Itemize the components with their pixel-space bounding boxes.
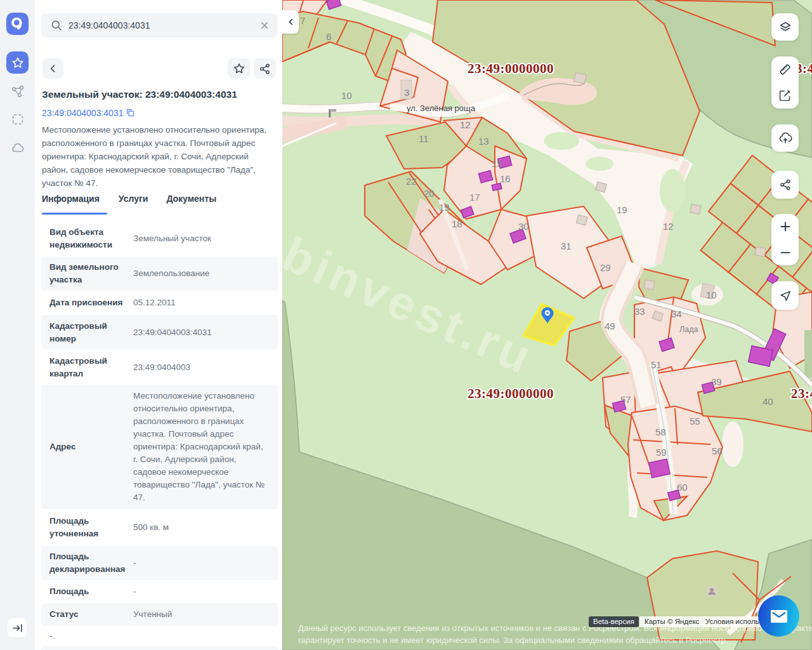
svg-text:33: 33 xyxy=(634,306,645,317)
svg-text:12: 12 xyxy=(460,119,471,130)
svg-text:ул. Зелёная роща: ул. Зелёная роща xyxy=(407,103,476,113)
svg-text:18: 18 xyxy=(452,218,462,229)
svg-text:59: 59 xyxy=(656,447,667,458)
svg-text:55: 55 xyxy=(690,416,700,427)
svg-text:29: 29 xyxy=(600,262,611,273)
svg-text:7: 7 xyxy=(300,15,305,26)
svg-text:22: 22 xyxy=(406,176,417,187)
svg-text:30: 30 xyxy=(518,221,529,232)
svg-text:31: 31 xyxy=(561,241,572,251)
svg-text:58: 58 xyxy=(655,427,666,437)
svg-text:19: 19 xyxy=(439,202,450,213)
svg-text:39: 39 xyxy=(711,376,722,387)
svg-text:23:49:0000000: 23:49:0000000 xyxy=(791,386,812,401)
svg-text:51: 51 xyxy=(651,359,662,370)
svg-text:6: 6 xyxy=(326,31,331,42)
svg-text:17: 17 xyxy=(469,192,480,202)
svg-text:10: 10 xyxy=(341,90,352,101)
svg-text:13: 13 xyxy=(478,136,489,147)
svg-text:57: 57 xyxy=(620,394,631,405)
svg-text:3: 3 xyxy=(404,87,409,98)
svg-text:Лада: Лада xyxy=(679,325,698,334)
svg-text:11: 11 xyxy=(419,133,429,144)
svg-text:19: 19 xyxy=(617,204,627,215)
svg-text:16: 16 xyxy=(500,173,511,184)
svg-text:40: 40 xyxy=(763,396,773,407)
svg-text:15: 15 xyxy=(492,158,502,169)
svg-text:10: 10 xyxy=(706,289,717,300)
svg-text:56: 56 xyxy=(712,446,723,456)
svg-text:49: 49 xyxy=(605,321,615,331)
svg-text:23:49:0000000: 23:49:0000000 xyxy=(468,386,554,401)
svg-text:23:49:0000000: 23:49:0000000 xyxy=(468,61,554,76)
svg-text:34: 34 xyxy=(671,308,682,319)
svg-text:12: 12 xyxy=(663,221,674,232)
svg-text:60: 60 xyxy=(677,482,688,493)
svg-text:20: 20 xyxy=(424,188,435,199)
